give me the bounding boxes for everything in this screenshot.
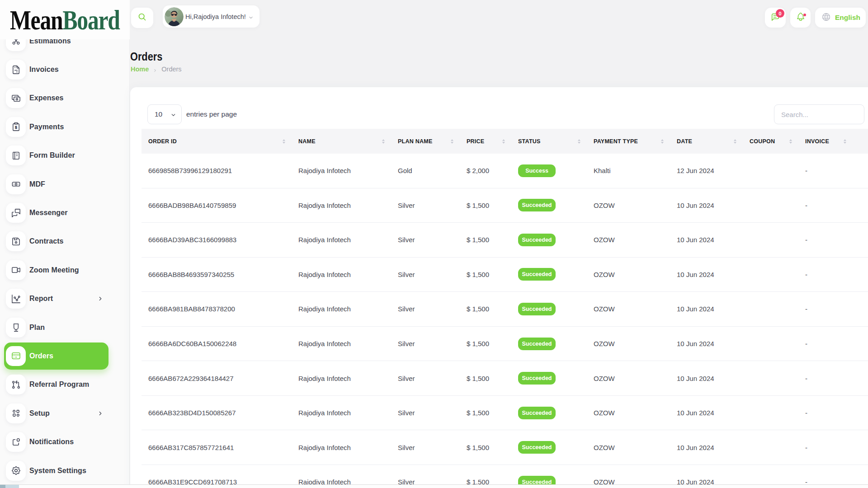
table-row[interactable]: 6666AB672A229364184427Rajodiya InfotechS… xyxy=(142,361,868,396)
sidebar-item-notifications[interactable]: Notifications xyxy=(0,427,130,456)
cell-status: Success xyxy=(511,154,587,188)
mdf-icon xyxy=(6,174,26,194)
cell-invoice: - xyxy=(798,327,853,361)
cell-price: $ 1,500 xyxy=(460,361,511,395)
column-header-label: COUPON xyxy=(750,138,775,145)
column-header-order-id[interactable]: ORDER ID xyxy=(142,129,292,154)
user-menu[interactable]: Hi,Rajodiya Infotech! xyxy=(163,5,259,28)
table-row[interactable]: 6666BAB8B4693597340255Rajodiya InfotechS… xyxy=(142,258,868,292)
header-search-button[interactable] xyxy=(131,8,153,28)
cell-invoice: - xyxy=(798,223,853,257)
language-selector[interactable]: English xyxy=(815,8,866,28)
cell-payment: OZOW xyxy=(587,258,670,292)
table-row[interactable]: 6669858B73996129180291Rajodiya InfotechG… xyxy=(142,154,868,188)
orders-table: ORDER IDNAMEPLAN NAMEPRICESTATUSPAYMENT … xyxy=(142,129,868,488)
sidebar-item-contracts[interactable]: Contracts xyxy=(0,227,130,256)
sidebar-item-form-builder[interactable]: Form Builder xyxy=(0,141,130,170)
entries-per-page-value: 10 xyxy=(155,110,162,118)
sidebar-item-label: Expenses xyxy=(29,84,64,113)
status-badge: Succeeded xyxy=(518,372,556,385)
cell-order_id: 6666BAD39ABC3166099883 xyxy=(142,223,292,257)
table-search-input[interactable] xyxy=(774,104,864,124)
column-header-name[interactable]: NAME xyxy=(292,129,391,154)
orders-card: 10 entries per page ORDER IDNAMEPLAN NAM… xyxy=(130,87,868,488)
search-icon xyxy=(137,12,147,23)
horizontal-scrollbar-thumb[interactable] xyxy=(0,485,19,488)
page-title: Orders xyxy=(130,50,162,64)
cell-plan: Silver xyxy=(391,292,460,326)
sidebar-item-setup[interactable]: Setup xyxy=(0,399,130,427)
cell-name: Rajodiya Infotech xyxy=(292,430,391,465)
table-row[interactable]: 6666AB317C857857721641Rajodiya InfotechS… xyxy=(142,430,868,465)
status-badge: Succeeded xyxy=(518,338,556,350)
cell-name: Rajodiya Infotech xyxy=(292,188,391,223)
sidebar-item-zoom-meeting[interactable]: Zoom Meeting xyxy=(0,256,130,284)
cell-order_id: 6669858B73996129180291 xyxy=(142,154,292,188)
sidebar-item-label: Messenger xyxy=(29,198,68,227)
app-logo[interactable]: MeanBoard xyxy=(10,6,120,33)
cell-order_id: 6666AB323BD4D150085267 xyxy=(142,396,292,430)
cell-date: 10 Jun 2024 xyxy=(670,292,743,326)
sidebar-item-referral-program[interactable]: Referral Program xyxy=(0,371,130,399)
breadcrumb: Home Orders xyxy=(131,66,182,73)
notifications-icon xyxy=(6,432,26,452)
status-badge: Succeeded xyxy=(518,303,556,315)
chevron-right-icon xyxy=(153,67,157,71)
horizontal-scrollbar[interactable] xyxy=(0,484,868,488)
table-row[interactable]: 6666BADB98BA6140759859Rajodiya InfotechS… xyxy=(142,188,868,223)
sidebar-item-orders[interactable]: Orders xyxy=(0,342,130,370)
table-row[interactable]: 6666BA6DC60BA150062248Rajodiya InfotechS… xyxy=(142,327,868,361)
cell-name: Rajodiya Infotech xyxy=(292,327,391,361)
cell-name: Rajodiya Infotech xyxy=(292,361,391,395)
column-header-label: INVOICE xyxy=(805,138,829,145)
column-header-price[interactable]: PRICE xyxy=(460,129,511,154)
status-badge: Succeeded xyxy=(518,441,556,454)
column-header-invoice[interactable]: INVOICE xyxy=(798,129,853,154)
sidebar-item-expenses[interactable]: Expenses xyxy=(0,84,130,113)
notifications-button[interactable] xyxy=(790,8,811,28)
messages-button[interactable]: 0 xyxy=(765,8,786,28)
column-header-label: ORDER ID xyxy=(148,138,177,145)
sidebar-item-label: Referral Program xyxy=(29,371,89,399)
sidebar-item-payments[interactable]: $Payments xyxy=(0,113,130,141)
sidebar-item-label: Invoices xyxy=(29,55,59,84)
cell-invoice: - xyxy=(798,188,853,223)
sort-icon xyxy=(734,139,736,144)
table-row[interactable]: 6666AB323BD4D150085267Rajodiya InfotechS… xyxy=(142,396,868,431)
column-header-plan-name[interactable]: PLAN NAME xyxy=(391,129,460,154)
messages-count-badge: 0 xyxy=(776,9,784,18)
sidebar-item-plan[interactable]: Plan xyxy=(0,313,130,342)
cell-invoice: - xyxy=(798,154,853,188)
cell-order_id: 6666BA981BAB8478378200 xyxy=(142,292,292,326)
sidebar-item-system-settings[interactable]: System Settings xyxy=(0,456,130,485)
cell-order_id: 6666BAB8B4693597340255 xyxy=(142,258,292,292)
cell-invoice: - xyxy=(798,430,853,465)
user-greeting: Hi,Rajodiya Infotech! xyxy=(185,5,246,28)
sidebar-item-invoices[interactable]: Invoices xyxy=(0,55,130,84)
column-header-label: PRICE xyxy=(467,138,484,145)
sidebar-item-report[interactable]: Report xyxy=(0,285,130,313)
breadcrumb-home-link[interactable]: Home xyxy=(131,66,149,73)
logo-mean: Mean xyxy=(10,5,62,35)
logo-block: MeanBoard xyxy=(0,0,130,39)
cell-date: 10 Jun 2024 xyxy=(670,327,743,361)
messenger-icon xyxy=(6,203,26,223)
column-header-status[interactable]: STATUS xyxy=(511,129,587,154)
column-header-coupon[interactable]: COUPON xyxy=(743,129,798,154)
column-header-date[interactable]: DATE xyxy=(670,129,743,154)
cell-plan: Silver xyxy=(391,188,460,223)
entries-per-page-select[interactable]: 10 xyxy=(147,104,182,124)
table-row[interactable]: 6666BA981BAB8478378200Rajodiya InfotechS… xyxy=(142,292,868,327)
sidebar-item-mdf[interactable]: MDF xyxy=(0,170,130,198)
cell-date: 10 Jun 2024 xyxy=(670,361,743,395)
column-header-label: DATE xyxy=(677,138,692,145)
sidebar-item-label: Contracts xyxy=(29,227,64,256)
column-header-payment-type[interactable]: PAYMENT TYPE xyxy=(587,129,670,154)
cell-status: Succeeded xyxy=(511,188,587,223)
sidebar-item-messenger[interactable]: Messenger xyxy=(0,198,130,227)
cell-status: Succeeded xyxy=(511,258,587,292)
cell-plan: Gold xyxy=(391,154,460,188)
cell-status: Succeeded xyxy=(511,292,587,326)
table-row[interactable]: 6666BAD39ABC3166099883Rajodiya InfotechS… xyxy=(142,223,868,258)
form-builder-icon xyxy=(6,145,26,165)
